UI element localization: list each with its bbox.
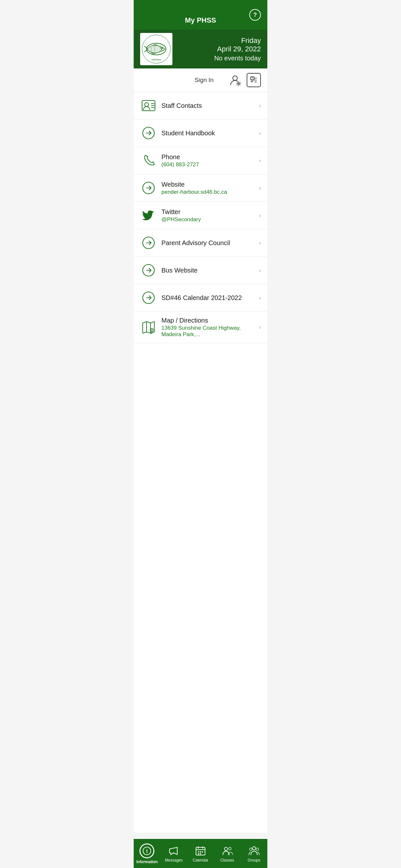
user-settings-button[interactable]: [228, 73, 242, 87]
banner-info: Friday April 29, 2022 No events today: [173, 36, 261, 62]
checklist-button[interactable]: [247, 73, 261, 87]
messages-nav-icon: [168, 845, 180, 857]
chevron-icon: ›: [259, 294, 261, 301]
svg-point-38: [200, 853, 201, 855]
list-item-phone[interactable]: Phone (604) 883-2727 ›: [134, 147, 267, 175]
signin-bar: Sign In: [134, 68, 267, 92]
list-item-staff-contacts[interactable]: Staff Contacts ›: [134, 92, 267, 120]
list-item-bus-website[interactable]: Bus Website ›: [134, 257, 267, 284]
staff-contacts-icon: [140, 97, 157, 114]
bus-website-text: Bus Website: [157, 267, 256, 274]
signin-icons: [228, 73, 261, 87]
nav-label-groups: Groups: [248, 858, 260, 863]
svg-point-5: [233, 76, 237, 81]
list-item-sd46-calendar[interactable]: SD#46 Calendar 2021-2022 ›: [134, 284, 267, 312]
website-icon: [140, 180, 157, 196]
school-banner: Sakinaws Friday April 29, 2022 No events…: [134, 30, 267, 68]
chevron-icon: ›: [259, 185, 261, 191]
school-logo: Sakinaws: [140, 33, 173, 65]
nav-item-information[interactable]: i Information: [134, 839, 160, 868]
svg-point-27: [151, 330, 152, 331]
help-button[interactable]: ?: [249, 9, 261, 21]
calendar-nav-icon: [195, 845, 206, 857]
nav-label-information: Information: [136, 860, 158, 864]
svg-rect-9: [251, 77, 254, 80]
map-directions-subtitle: 13639 Sunshine Coast Highway, Madeira Pa…: [161, 325, 256, 338]
nav-label-messages: Messages: [165, 858, 183, 863]
chevron-icon: ›: [259, 324, 261, 331]
staff-contacts-text: Staff Contacts: [157, 102, 256, 110]
map-directions-title: Map / Directions: [161, 317, 256, 324]
user-settings-icon: [229, 74, 241, 86]
nav-item-classes[interactable]: Classes: [214, 839, 241, 868]
app-title: My PHSS: [185, 16, 216, 25]
chevron-icon: ›: [259, 157, 261, 164]
parent-advisory-icon: [140, 235, 157, 251]
groups-nav-icon: [248, 845, 260, 857]
map-directions-icon: [140, 319, 157, 336]
svg-point-15: [145, 103, 149, 106]
bottom-nav: i Information Messages: [134, 839, 267, 868]
twitter-title: Twitter: [161, 208, 256, 216]
website-text: Website pender-harbour.sd46.bc.ca: [157, 181, 256, 195]
chevron-icon: ›: [259, 212, 261, 219]
svg-point-35: [200, 851, 201, 852]
svg-point-36: [202, 851, 203, 852]
staff-contacts-title: Staff Contacts: [161, 102, 256, 110]
banner-events: No events today: [176, 55, 261, 62]
svg-point-43: [256, 848, 258, 850]
svg-text:Sakinaws: Sakinaws: [151, 58, 161, 61]
svg-point-34: [198, 851, 199, 852]
phone-subtitle: (604) 883-2727: [161, 161, 256, 168]
sd46-calendar-title: SD#46 Calendar 2021-2022: [161, 294, 256, 302]
bus-website-icon: [140, 262, 157, 279]
svg-point-41: [252, 847, 256, 850]
student-handbook-icon: [140, 125, 157, 142]
phone-text: Phone (604) 883-2727: [157, 153, 256, 168]
student-handbook-text: Student Handbook: [157, 129, 256, 137]
spacer: [134, 833, 267, 839]
chevron-icon: ›: [259, 240, 261, 246]
checklist-icon: [249, 75, 258, 85]
twitter-subtitle: @PHSecondary: [161, 216, 256, 223]
website-subtitle: pender-harbour.sd46.bc.ca: [161, 189, 256, 195]
svg-point-8: [238, 83, 239, 84]
sd46-calendar-text: SD#46 Calendar 2021-2022: [157, 294, 256, 302]
phone-icon: [140, 152, 157, 169]
list-item-parent-advisory[interactable]: Parent Advisory Council ›: [134, 229, 267, 257]
nav-item-groups[interactable]: Groups: [241, 839, 267, 868]
school-logo-svg: Sakinaws: [142, 35, 171, 64]
svg-point-39: [224, 847, 227, 850]
chevron-icon: ›: [259, 130, 261, 136]
info-list: Staff Contacts › Student Handbook › Phon…: [134, 92, 267, 833]
bus-website-title: Bus Website: [161, 267, 256, 274]
website-title: Website: [161, 181, 256, 188]
nav-label-classes: Classes: [220, 858, 234, 863]
banner-day: Friday: [176, 36, 261, 45]
parent-advisory-text: Parent Advisory Council: [157, 239, 256, 247]
parent-advisory-title: Parent Advisory Council: [161, 239, 256, 247]
banner-date: April 29, 2022: [176, 45, 261, 53]
chevron-icon: ›: [259, 267, 261, 274]
nav-item-messages[interactable]: Messages: [160, 839, 187, 868]
svg-point-40: [228, 847, 231, 850]
nav-item-calendar[interactable]: Calendar: [187, 839, 214, 868]
signin-label[interactable]: Sign In: [184, 76, 224, 84]
list-item-student-handbook[interactable]: Student Handbook ›: [134, 120, 267, 147]
list-item-map-directions[interactable]: Map / Directions 13639 Sunshine Coast Hi…: [134, 312, 267, 343]
list-item-twitter[interactable]: Twitter @PHSecondary ›: [134, 202, 267, 229]
twitter-icon: [140, 207, 157, 224]
classes-nav-icon: [221, 845, 233, 857]
svg-text:i: i: [146, 848, 148, 854]
sd46-calendar-icon: [140, 289, 157, 306]
twitter-text: Twitter @PHSecondary: [157, 208, 256, 223]
list-item-website[interactable]: Website pender-harbour.sd46.bc.ca ›: [134, 175, 267, 202]
map-directions-text: Map / Directions 13639 Sunshine Coast Hi…: [157, 317, 256, 338]
top-header: My PHSS ?: [134, 0, 267, 30]
phone-title: Phone: [161, 153, 256, 161]
svg-point-42: [250, 848, 252, 850]
information-nav-icon: i: [140, 843, 154, 858]
chevron-icon: ›: [259, 102, 261, 109]
student-handbook-title: Student Handbook: [161, 129, 256, 137]
svg-point-37: [198, 853, 199, 855]
